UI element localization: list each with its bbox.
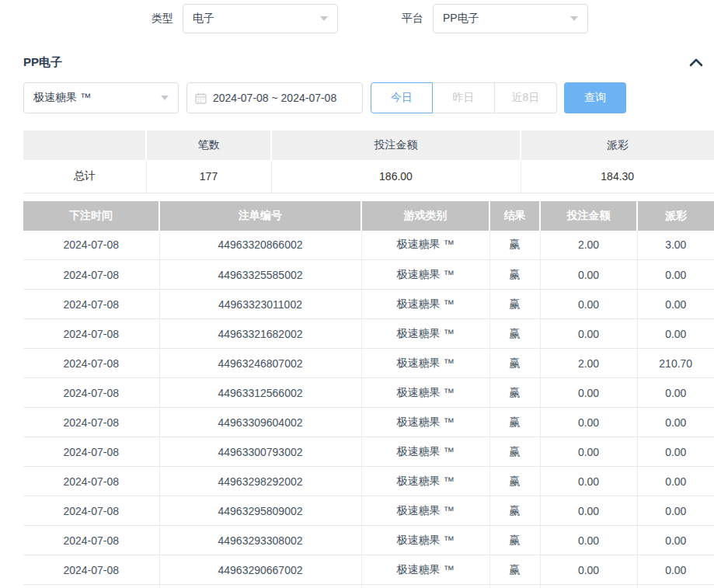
cell-game-category: 极速糖果 ™ xyxy=(361,437,489,467)
cell-game-category: 极速糖果 ™ xyxy=(361,319,489,349)
cell-bet-amount: 0.00 xyxy=(540,290,637,319)
cell-result: 赢 xyxy=(489,260,540,290)
cell-payout: 3.00 xyxy=(637,231,714,260)
cell-payout: 0.00 xyxy=(637,319,714,349)
search-button[interactable]: 查询 xyxy=(564,82,626,113)
column-header-bet-amount: 投注金额 xyxy=(540,201,637,231)
summary-header-bet-amount: 投注金额 xyxy=(271,130,521,160)
calendar-icon xyxy=(195,92,207,104)
cell-game-category: 极速糖果 ™ xyxy=(361,526,489,555)
cell-payout: 0.00 xyxy=(637,437,714,467)
cell-payout: 0.00 xyxy=(637,260,714,290)
cell-order-number: 44963246807002 xyxy=(159,349,361,378)
summary-total-payout: 184.30 xyxy=(521,160,714,193)
cell-bet-amount: 0.00 xyxy=(540,378,637,408)
cell-bet-amount: 0.00 xyxy=(540,526,637,555)
collapse-section-button[interactable] xyxy=(688,56,705,68)
cell-order-number xyxy=(159,585,361,588)
quick-range-last8days-button[interactable]: 近8日 xyxy=(495,82,557,113)
table-row: 2024-07-0844963321682002极速糖果 ™赢0.000.00 xyxy=(23,319,714,349)
cell-payout: 0.00 xyxy=(637,290,714,319)
cell-bet-time: 2024-07-08 xyxy=(23,437,159,467)
cell-order-number: 44963293308002 xyxy=(159,526,361,555)
cell-bet-time: 2024-07-08 xyxy=(23,349,159,378)
table-row: 2024-07-0844963325585002极速糖果 ™赢0.000.00 xyxy=(23,260,714,290)
cell-bet-amount: 0.00 xyxy=(540,555,637,585)
cell-payout: 0.00 xyxy=(637,378,714,408)
filter-row: 极速糖果 ™ 2024-07-08 ~ 2024-07-08 今日昨日近8日 查… xyxy=(23,82,714,113)
cell-order-number: 44963320866002 xyxy=(159,231,361,260)
cell-bet-time: 2024-07-08 xyxy=(23,231,159,260)
section-header: PP电子 xyxy=(23,53,705,71)
cell-result: 赢 xyxy=(489,319,540,349)
date-range-value: 2024-07-08 ~ 2024-07-08 xyxy=(213,92,336,104)
cell-game-category: 极速糖果 ™ xyxy=(361,290,489,319)
summary-table: 笔数 投注金额 派彩 总计 177 186.00 184.30 xyxy=(23,130,714,193)
quick-range-yesterday-button[interactable]: 昨日 xyxy=(433,82,495,113)
cell-result: 赢 xyxy=(489,408,540,437)
chevron-down-icon xyxy=(320,16,328,21)
table-row: 2024-07-0844963312566002极速糖果 ™赢0.000.00 xyxy=(23,378,714,408)
table-row: 2024-07-0844963295809002极速糖果 ™赢0.000.00 xyxy=(23,496,714,526)
column-header-payout: 派彩 xyxy=(637,201,714,231)
table-row: 2024-07-0844963323011002极速糖果 ™赢0.000.00 xyxy=(23,290,714,319)
cell-order-number: 44963309604002 xyxy=(159,408,361,437)
table-row: 2024-07-0844963290667002极速糖果 ™赢0.000.00 xyxy=(23,555,714,585)
cell-bet-time: 2024-07-08 xyxy=(23,408,159,437)
table-row: 2024-07-0844963309604002极速糖果 ™赢0.000.00 xyxy=(23,408,714,437)
cell-payout: 0.00 xyxy=(637,526,714,555)
cell-payout: 0.00 xyxy=(637,467,714,496)
platform-label: 平台 xyxy=(402,12,423,26)
game-select[interactable]: 极速糖果 ™ xyxy=(23,82,179,113)
table-row xyxy=(23,585,714,588)
cell-result: 赢 xyxy=(489,526,540,555)
summary-header-row: 笔数 投注金额 派彩 xyxy=(23,130,714,160)
bet-table-body: 2024-07-0844963320866002极速糖果 ™赢2.003.002… xyxy=(23,231,714,588)
table-row: 2024-07-0844963320866002极速糖果 ™赢2.003.00 xyxy=(23,231,714,260)
quick-range-today-button[interactable]: 今日 xyxy=(371,82,433,113)
table-row: 2024-07-0844963298292002极速糖果 ™赢0.000.00 xyxy=(23,467,714,496)
cell-game-category xyxy=(361,585,489,588)
cell-bet-amount: 2.00 xyxy=(540,349,637,378)
cell-result: 赢 xyxy=(489,555,540,585)
cell-order-number: 44963321682002 xyxy=(159,319,361,349)
table-row: 2024-07-0844963293308002极速糖果 ™赢0.000.00 xyxy=(23,526,714,555)
cell-payout xyxy=(637,585,714,588)
cell-game-category: 极速糖果 ™ xyxy=(361,467,489,496)
cell-payout: 0.00 xyxy=(637,408,714,437)
cell-result: 赢 xyxy=(489,437,540,467)
summary-header-count: 笔数 xyxy=(146,130,271,160)
type-select-value: 电子 xyxy=(193,12,214,26)
cell-order-number: 44963295809002 xyxy=(159,496,361,526)
summary-header-empty xyxy=(23,130,146,160)
cell-result: 赢 xyxy=(489,290,540,319)
cell-bet-time: 2024-07-08 xyxy=(23,319,159,349)
cell-bet-time: 2024-07-08 xyxy=(23,378,159,408)
platform-select[interactable]: PP电子 xyxy=(433,4,588,33)
cell-bet-time: 2024-07-08 xyxy=(23,260,159,290)
summary-total-count: 177 xyxy=(146,160,271,193)
cell-bet-amount: 0.00 xyxy=(540,319,637,349)
top-filter-bar: 类型 电子 平台 PP电子 xyxy=(0,0,714,37)
type-label: 类型 xyxy=(152,12,173,26)
cell-result: 赢 xyxy=(489,496,540,526)
summary-total-label: 总计 xyxy=(23,160,146,193)
column-header-game-category: 游戏类别 xyxy=(361,201,489,231)
column-header-order-number: 注单编号 xyxy=(159,201,361,231)
cell-bet-amount: 0.00 xyxy=(540,437,637,467)
cell-order-number: 44963325585002 xyxy=(159,260,361,290)
cell-game-category: 极速糖果 ™ xyxy=(361,408,489,437)
cell-order-number: 44963312566002 xyxy=(159,378,361,408)
cell-bet-time xyxy=(23,585,159,588)
cell-game-category: 极速糖果 ™ xyxy=(361,260,489,290)
cell-bet-time: 2024-07-08 xyxy=(23,526,159,555)
summary-total-row: 总计 177 186.00 184.30 xyxy=(23,160,714,193)
chevron-up-icon xyxy=(689,57,703,67)
cell-result: 赢 xyxy=(489,349,540,378)
cell-result: 赢 xyxy=(489,467,540,496)
date-range-input[interactable]: 2024-07-08 ~ 2024-07-08 xyxy=(186,82,363,113)
cell-bet-time: 2024-07-08 xyxy=(23,496,159,526)
cell-bet-time: 2024-07-08 xyxy=(23,467,159,496)
cell-payout: 0.00 xyxy=(637,555,714,585)
type-select[interactable]: 电子 xyxy=(183,4,338,33)
